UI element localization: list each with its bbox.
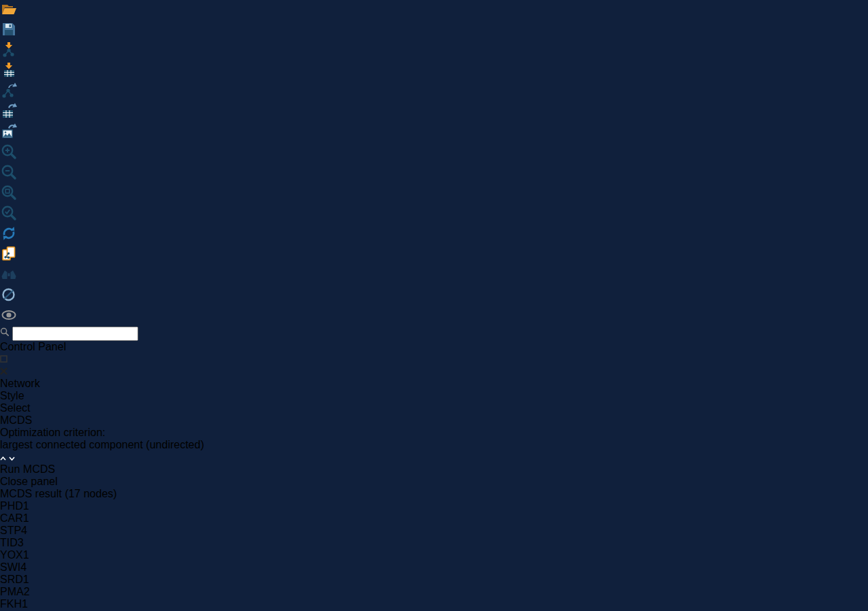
toolbar-search[interactable] bbox=[0, 327, 868, 341]
export-image-button[interactable] bbox=[0, 122, 868, 143]
tab-select[interactable]: Select bbox=[0, 402, 868, 414]
list-item[interactable]: SWI4 bbox=[0, 561, 868, 574]
desktop-wallpaper-strip bbox=[0, 27, 3, 608]
mcds-buttons: Run MCDS Close panel bbox=[0, 463, 868, 488]
list-item[interactable]: PHD1 bbox=[0, 500, 868, 512]
list-item[interactable]: TID3 bbox=[0, 537, 868, 549]
tab-mcds[interactable]: MCDS bbox=[0, 414, 868, 427]
tab-network[interactable]: Network bbox=[0, 378, 868, 390]
mcds-result-group: MCDS result (17 nodes) PHD1 CAR1 STP4 TI… bbox=[0, 488, 868, 611]
zoom-out-button[interactable] bbox=[0, 163, 868, 184]
vizmapper-button[interactable] bbox=[0, 286, 868, 306]
control-panel-title: Control Panel bbox=[0, 341, 868, 353]
chevron-down-icon bbox=[9, 457, 15, 461]
list-item[interactable]: PMA2 bbox=[0, 586, 868, 598]
list-item[interactable]: YOX1 bbox=[0, 549, 868, 561]
list-item[interactable]: STP4 bbox=[0, 525, 868, 537]
open-folder-icon bbox=[0, 0, 18, 18]
list-item[interactable]: FKH1 bbox=[0, 598, 868, 610]
control-panel: Control Panel Network Style Select MCDS … bbox=[0, 341, 868, 611]
zoom-in-button[interactable] bbox=[0, 143, 868, 163]
criterion-selected-value: largest connected component (undirected) bbox=[0, 439, 868, 451]
list-item[interactable]: CAR1 bbox=[0, 512, 868, 525]
export-table-button[interactable] bbox=[0, 102, 868, 122]
criterion-select[interactable]: largest connected component (undirected) bbox=[0, 439, 868, 463]
zoom-fit-button[interactable] bbox=[0, 184, 868, 204]
refresh-view-button[interactable] bbox=[0, 225, 868, 245]
control-panel-tabs: Network Style Select MCDS bbox=[0, 378, 868, 427]
close-panel-button[interactable]: Close panel bbox=[0, 476, 868, 488]
mcds-result-list[interactable]: PHD1 CAR1 STP4 TID3 YOX1 SWI4 SRD1 PMA2 … bbox=[0, 500, 868, 611]
optimization-criterion-label: Optimization criterion: bbox=[0, 427, 868, 439]
import-network-button[interactable] bbox=[0, 41, 868, 61]
select-stepper bbox=[0, 451, 868, 463]
zoom-selected-button[interactable] bbox=[0, 204, 868, 225]
mcds-panel: Optimization criterion: largest connecte… bbox=[0, 427, 868, 611]
import-table-button[interactable] bbox=[0, 61, 868, 82]
search-network-button[interactable] bbox=[0, 265, 868, 286]
run-mcds-button[interactable]: Run MCDS bbox=[0, 463, 868, 476]
control-panel-close-button[interactable] bbox=[0, 365, 868, 378]
mcds-result-title: MCDS result (17 nodes) bbox=[0, 488, 868, 500]
control-panel-float-button[interactable] bbox=[0, 353, 868, 365]
app-window: Control Panel Network Style Select MCDS … bbox=[0, 0, 868, 611]
list-item[interactable]: SRD1 bbox=[0, 574, 868, 586]
tab-style[interactable]: Style bbox=[0, 390, 868, 402]
open-session-button[interactable] bbox=[0, 0, 868, 20]
search-input[interactable] bbox=[12, 327, 138, 341]
clone-network-button[interactable] bbox=[0, 245, 868, 265]
export-network-button[interactable] bbox=[0, 82, 868, 102]
main-toolbar bbox=[0, 0, 868, 341]
save-session-button[interactable] bbox=[0, 20, 868, 41]
show-hide-button[interactable] bbox=[0, 306, 868, 327]
